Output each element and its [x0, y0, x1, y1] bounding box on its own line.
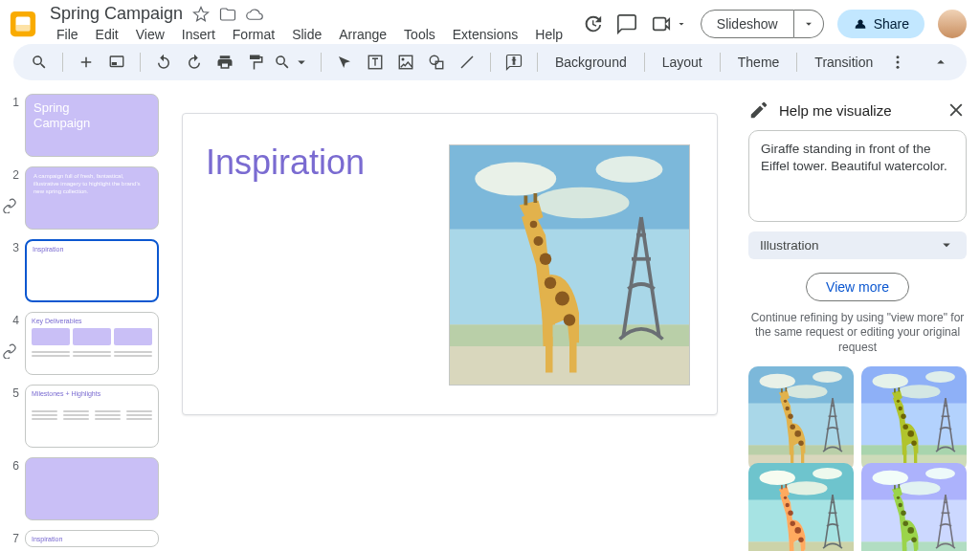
comments-icon[interactable]: [616, 13, 637, 34]
thumb-number: 6: [8, 457, 19, 520]
current-slide[interactable]: Inspiration: [182, 113, 718, 415]
toolbar: Background Layout Theme Transition: [13, 44, 967, 80]
menu-slide[interactable]: Slide: [285, 25, 328, 44]
menu-file[interactable]: File: [50, 25, 85, 44]
thumb-slide-5[interactable]: Milestones + Highlights: [25, 385, 159, 448]
slideshow-caret-button[interactable]: [794, 10, 824, 38]
thumb-4-title: Key Deliverables: [26, 313, 158, 324]
comment-tool[interactable]: [500, 48, 528, 77]
share-label: Share: [874, 16, 909, 32]
thumb-number: 1: [8, 94, 19, 157]
thumb-2-text: A campaign full of fresh, fantastical, i…: [26, 167, 158, 201]
zoom-button[interactable]: [272, 48, 312, 77]
background-button[interactable]: Background: [546, 51, 635, 74]
collapse-toolbar-button[interactable]: [926, 48, 955, 77]
svg-point-27: [897, 55, 900, 58]
doc-title[interactable]: Spring Campaign: [50, 4, 183, 24]
generated-results: [748, 366, 967, 551]
help-me-visualize-panel: Help me visualize Giraffe standing in fr…: [735, 88, 980, 551]
line-tool[interactable]: [453, 48, 481, 77]
thumb-5-title: Milestones + Highlights: [26, 386, 158, 397]
view-more-button[interactable]: View more: [806, 273, 909, 301]
layout-button[interactable]: Layout: [654, 51, 711, 74]
thumb-1-title: Spring Campaign: [26, 95, 158, 136]
svg-point-24: [402, 58, 405, 61]
link-icon: [2, 198, 17, 213]
thumb-slide-6[interactable]: [25, 457, 159, 520]
panel-title: Help me visualize: [779, 102, 892, 119]
slideshow-button[interactable]: Slideshow: [701, 10, 794, 38]
new-slide-button[interactable]: [72, 48, 100, 77]
select-tool[interactable]: [330, 48, 359, 77]
textbox-tool[interactable]: [361, 48, 390, 77]
share-button[interactable]: Share: [837, 10, 924, 38]
thumb-number: 5: [8, 385, 19, 448]
toolbar-overflow-button[interactable]: [883, 48, 912, 77]
thumb-slide-2[interactable]: A campaign full of fresh, fantastical, i…: [25, 166, 159, 230]
svg-rect-21: [112, 62, 117, 65]
theme-button[interactable]: Theme: [729, 51, 789, 74]
thumb-number: 3: [8, 239, 19, 302]
app-logo[interactable]: [8, 9, 38, 39]
menu-extensions[interactable]: Extensions: [446, 25, 524, 44]
slide-inserted-image[interactable]: [449, 144, 690, 386]
thumb-slide-7[interactable]: Inspiration: [25, 530, 159, 547]
caret-down-icon: [938, 236, 955, 253]
shape-tool[interactable]: [422, 48, 451, 77]
pencil-spark-icon: [748, 99, 769, 121]
move-folder-icon[interactable]: [219, 6, 236, 23]
menu-arrange[interactable]: Arrange: [332, 25, 393, 44]
star-icon[interactable]: [192, 6, 210, 23]
slideshow-label: Slideshow: [717, 16, 778, 32]
result-image-2[interactable]: [861, 366, 967, 472]
thumb-slide-4[interactable]: Key Deliverables: [25, 312, 159, 375]
menu-format[interactable]: Format: [226, 25, 281, 44]
redo-button[interactable]: [180, 48, 209, 77]
result-image-3[interactable]: [748, 463, 854, 551]
account-avatar[interactable]: [938, 10, 967, 38]
history-icon[interactable]: [582, 13, 603, 34]
search-menus-button[interactable]: [25, 48, 54, 77]
undo-button[interactable]: [149, 48, 178, 77]
close-icon[interactable]: [946, 99, 967, 121]
slide-heading[interactable]: Inspiration: [206, 143, 365, 183]
menu-edit[interactable]: Edit: [89, 25, 125, 44]
svg-point-25: [430, 55, 438, 64]
link-icon: [2, 343, 17, 359]
menu-view[interactable]: View: [129, 25, 171, 44]
new-slide-template-button[interactable]: [102, 48, 131, 77]
slide-canvas[interactable]: Inspiration: [165, 88, 735, 551]
image-tool[interactable]: [391, 48, 420, 77]
result-image-1[interactable]: [748, 366, 854, 472]
print-button[interactable]: [211, 48, 239, 77]
caret-down-icon[interactable]: [676, 18, 687, 30]
person-icon: [853, 16, 868, 32]
menu-help[interactable]: Help: [528, 25, 569, 44]
style-select-value: Illustration: [760, 238, 819, 253]
thumb-number: 7: [8, 530, 19, 547]
result-image-4[interactable]: [861, 463, 967, 551]
menu-insert[interactable]: Insert: [175, 25, 222, 44]
slide-thumbnails: 1 Spring Campaign 2 A campaign full of f…: [0, 88, 165, 551]
svg-rect-26: [435, 61, 443, 69]
menubar: File Edit View Insert Format Slide Arran…: [50, 25, 569, 44]
refine-hint: Continue refining by using "view more" f…: [748, 311, 967, 356]
paint-format-button[interactable]: [241, 48, 270, 77]
svg-point-29: [897, 66, 900, 69]
svg-rect-19: [16, 25, 31, 32]
cloud-saved-icon[interactable]: [246, 6, 263, 23]
transition-button[interactable]: Transition: [806, 51, 881, 74]
thumb-7-title: Inspiration: [26, 531, 158, 542]
prompt-input[interactable]: Giraffe standing in front of the Eiffel …: [748, 130, 967, 222]
thumb-slide-1[interactable]: Spring Campaign: [25, 94, 159, 157]
thumb-3-title: Inspiration: [27, 241, 157, 253]
menu-tools[interactable]: Tools: [397, 25, 442, 44]
thumb-slide-3[interactable]: Inspiration: [25, 239, 159, 302]
style-select[interactable]: Illustration: [748, 231, 967, 259]
meet-icon[interactable]: [651, 13, 672, 34]
svg-point-28: [897, 61, 900, 64]
